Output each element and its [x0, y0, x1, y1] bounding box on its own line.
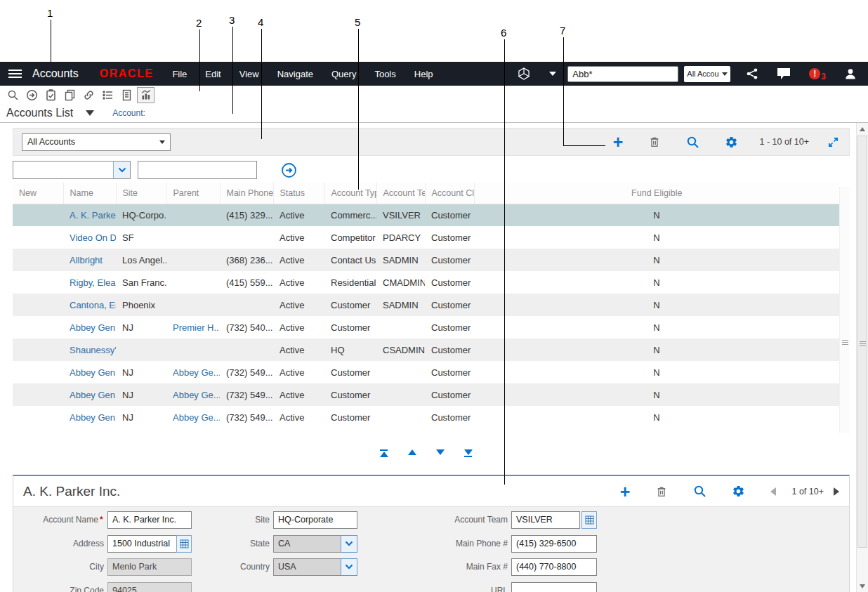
cell-fund-eligible[interactable]: N — [474, 406, 839, 428]
cell-fund-eligible[interactable]: N — [474, 294, 839, 316]
hamburger-menu-icon[interactable] — [8, 70, 22, 78]
table-row[interactable]: Rigby, Elea... San Franc... (415) 559...… — [13, 271, 839, 294]
cell-fund-eligible[interactable]: N — [474, 226, 839, 249]
query-field-select[interactable] — [13, 161, 131, 179]
cell-parent[interactable] — [166, 338, 220, 361]
toolbar-search-icon[interactable] — [4, 87, 22, 103]
cell-name[interactable]: Cantona, Eric — [63, 294, 116, 316]
menu-help[interactable]: Help — [405, 63, 442, 86]
cell-name[interactable]: Abbey Gen... — [63, 361, 116, 383]
cell-fund-eligible[interactable]: N — [474, 383, 839, 406]
cell-parent[interactable]: Abbey Ge... — [166, 406, 220, 428]
cell-site[interactable]: Phoenix — [116, 294, 166, 316]
cell-name[interactable]: Abbey Gen... — [63, 383, 116, 406]
cell-main-phone[interactable]: (732) 549... — [220, 406, 273, 428]
cell-account-class[interactable]: Customer — [425, 294, 474, 316]
global-search-input[interactable] — [567, 66, 678, 82]
cell-account-class[interactable]: Customer — [425, 226, 474, 249]
scrollbar-up-icon[interactable] — [857, 123, 868, 135]
address-input[interactable] — [107, 535, 176, 553]
country-dropdown-icon[interactable] — [341, 558, 357, 576]
column-header-fund-eligible[interactable]: Fund Eligible — [474, 183, 839, 204]
cell-account-team[interactable]: PDARCY — [376, 226, 425, 249]
table-row[interactable]: Cantona, Eric Phoenix Active Customer SA… — [13, 294, 839, 316]
cell-account-team[interactable] — [376, 406, 425, 428]
cell-fund-eligible[interactable]: N — [474, 338, 839, 361]
cell-account-team[interactable]: SADMIN — [376, 294, 425, 316]
scroll-previous-icon[interactable] — [408, 449, 416, 457]
table-row[interactable]: Abbey Gen... NJ Abbey Ge... (732) 549...… — [13, 361, 839, 383]
cell-status[interactable]: Active — [273, 204, 324, 226]
cell-account-team[interactable]: VSILVER — [376, 204, 425, 226]
column-header-new[interactable]: New — [13, 183, 63, 204]
cell-account-type[interactable]: Residential — [324, 271, 376, 294]
cell-name[interactable]: Video On D... — [63, 226, 116, 249]
url-input[interactable] — [511, 582, 597, 592]
cell-site[interactable]: HQ-Corpo... — [116, 204, 166, 226]
cell-status[interactable]: Active — [273, 406, 324, 428]
table-row[interactable]: A. K. Parker... HQ-Corpo... (415) 329...… — [13, 204, 839, 226]
list-scrollbar-grip[interactable] — [842, 340, 848, 346]
previous-record-icon[interactable] — [770, 487, 776, 496]
cell-main-phone[interactable]: (732) 549... — [220, 361, 273, 383]
state-select[interactable]: CA — [273, 535, 357, 553]
menu-navigate[interactable]: Navigate — [268, 63, 322, 86]
cell-site[interactable]: SF — [116, 226, 166, 249]
cell-site[interactable]: San Franc... — [116, 271, 166, 294]
cell-account-class[interactable]: Customer — [425, 271, 474, 294]
cell-account-team[interactable] — [376, 361, 425, 383]
settings-gear-icon[interactable] — [725, 136, 738, 149]
cell-account-class[interactable]: Customer — [425, 406, 474, 428]
cell-main-phone[interactable] — [220, 226, 273, 249]
cell-fund-eligible[interactable]: N — [474, 204, 839, 226]
new-record-button[interactable]: + — [620, 485, 631, 499]
main-fax-input[interactable] — [511, 558, 597, 576]
expand-applet-icon[interactable] — [827, 136, 839, 148]
cell-status[interactable]: Active — [273, 226, 324, 249]
cell-main-phone[interactable] — [220, 294, 273, 316]
cell-status[interactable]: Active — [273, 316, 324, 338]
account-team-pick-icon[interactable] — [581, 511, 597, 529]
cell-site[interactable]: Los Angel... — [116, 249, 166, 271]
column-header-account-class[interactable]: Account Cla — [425, 183, 474, 204]
banner-dropdown-caret-icon[interactable] — [549, 72, 556, 76]
cell-parent[interactable]: Abbey Ge... — [166, 361, 220, 383]
site-map-icon[interactable] — [517, 67, 531, 81]
delete-record-button[interactable] — [648, 136, 661, 148]
city-input[interactable] — [107, 558, 192, 576]
table-row[interactable]: Abbey Gen... NJ Abbey Ge... (732) 549...… — [13, 383, 839, 406]
toolbar-save-icon[interactable] — [42, 87, 60, 103]
column-header-main-phone[interactable]: Main Phone — [220, 183, 273, 204]
new-record-button[interactable]: + — [613, 135, 624, 149]
cell-fund-eligible[interactable]: N — [474, 249, 839, 271]
account-name-input[interactable] — [107, 511, 192, 529]
cell-status[interactable]: Active — [273, 294, 324, 316]
cell-main-phone[interactable]: (415) 329... — [220, 204, 273, 226]
cell-account-type[interactable]: Customer — [324, 361, 376, 383]
cell-main-phone[interactable] — [220, 338, 273, 361]
cell-account-type[interactable]: Contact Us — [324, 249, 376, 271]
cell-main-phone[interactable]: (415) 559... — [220, 271, 273, 294]
cell-status[interactable]: Active — [273, 383, 324, 406]
cell-account-type[interactable]: Customer — [324, 406, 376, 428]
cell-status[interactable]: Active — [273, 271, 324, 294]
column-header-account-type[interactable]: Account Typ — [324, 183, 376, 204]
table-row[interactable]: Abbey Gen... NJ Premier H... (732) 540..… — [13, 316, 839, 338]
menu-file[interactable]: File — [163, 63, 196, 86]
cell-name[interactable]: Allbright — [63, 249, 116, 271]
cell-name[interactable]: Shaunessy's — [63, 338, 116, 361]
cell-site[interactable] — [116, 338, 166, 361]
scroll-to-first-icon[interactable] — [380, 449, 388, 457]
toolbar-list-icon[interactable] — [99, 87, 117, 103]
cell-account-class[interactable]: Customer — [425, 204, 474, 226]
cell-parent[interactable] — [166, 271, 220, 294]
delete-record-button[interactable] — [655, 485, 668, 498]
column-header-parent[interactable]: Parent — [166, 183, 220, 204]
main-scrollbar[interactable] — [856, 123, 868, 592]
scrollbar-grip[interactable] — [860, 341, 866, 348]
query-button[interactable] — [686, 136, 699, 149]
zip-code-input[interactable] — [107, 582, 192, 592]
toolbar-query-assistant-icon[interactable] — [80, 87, 98, 103]
cell-name[interactable]: Abbey Gen... — [63, 406, 116, 428]
table-row[interactable]: Shaunessy's Active HQ CSADMIN Customer N — [13, 338, 839, 361]
